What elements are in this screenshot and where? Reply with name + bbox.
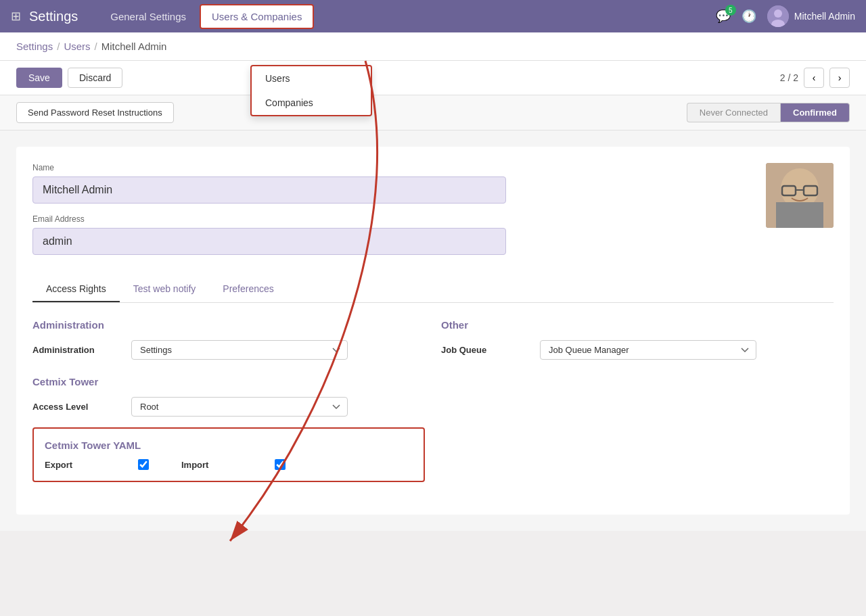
topnav: ⊞ Settings General Settings Users & Comp… bbox=[0, 0, 866, 32]
administration-section-title: Administration bbox=[32, 319, 425, 331]
cetmix-tower-yaml-title: Cetmix Tower YAML bbox=[45, 440, 413, 451]
import-label: Import bbox=[181, 460, 269, 470]
clock-button[interactable]: 🕐 bbox=[742, 9, 756, 24]
nav-users-companies[interactable]: Users & Companies bbox=[200, 4, 314, 29]
action-bar: Send Password Reset Instructions Never C… bbox=[0, 95, 866, 131]
toolbar: Save Discard 2 / 2 ‹ › bbox=[0, 61, 866, 95]
name-input[interactable] bbox=[32, 176, 506, 204]
send-password-reset-button[interactable]: Send Password Reset Instructions bbox=[16, 102, 174, 123]
import-field: Import bbox=[181, 459, 286, 470]
job-queue-label: Job Queue bbox=[441, 345, 529, 355]
administration-select[interactable]: Settings Access Rights None bbox=[131, 340, 348, 360]
app-title: Settings bbox=[29, 9, 78, 24]
tab-test-web-notify[interactable]: Test web notify bbox=[120, 277, 210, 302]
administration-field-label: Administration bbox=[32, 345, 120, 355]
yaml-fields-row: Export Import bbox=[45, 459, 413, 470]
toolbar-right: 2 / 2 ‹ › bbox=[780, 68, 850, 88]
dropdown-item-users[interactable]: Users bbox=[252, 66, 371, 91]
import-checkbox[interactable] bbox=[275, 459, 286, 470]
topnav-menu: General Settings Users & Companies bbox=[99, 4, 715, 29]
name-label: Name bbox=[32, 163, 834, 172]
form-card: Name Email Address Access Rights Test we… bbox=[16, 147, 850, 515]
nav-general-settings[interactable]: General Settings bbox=[99, 5, 197, 28]
user-menu[interactable]: Mitchell Admin bbox=[767, 5, 855, 27]
breadcrumb-users[interactable]: Users bbox=[64, 41, 90, 52]
pager-prev[interactable]: ‹ bbox=[804, 68, 824, 88]
tabs: Access Rights Test web notify Preference… bbox=[32, 277, 834, 303]
dropdown-item-companies[interactable]: Companies bbox=[252, 91, 371, 115]
tab-preferences[interactable]: Preferences bbox=[209, 277, 287, 302]
user-photo[interactable] bbox=[766, 163, 834, 228]
breadcrumb-settings[interactable]: Settings bbox=[16, 41, 53, 52]
users-companies-dropdown: Users Companies bbox=[250, 65, 372, 116]
access-level-field-row: Access Level Root Admin User None bbox=[32, 397, 425, 417]
cetmix-tower-yaml-section: Cetmix Tower YAML Export Import bbox=[32, 427, 425, 482]
email-input[interactable] bbox=[32, 228, 506, 255]
breadcrumb-sep-2: / bbox=[95, 41, 97, 52]
access-level-select[interactable]: Root Admin User None bbox=[131, 397, 348, 417]
breadcrumb-bar: Settings / Users / Mitchell Admin bbox=[0, 32, 866, 61]
svg-point-1 bbox=[774, 9, 782, 18]
administration-field-row: Administration Settings Access Rights No… bbox=[32, 340, 425, 360]
export-checkbox[interactable] bbox=[138, 459, 149, 470]
avatar bbox=[767, 5, 789, 27]
discard-button[interactable]: Discard bbox=[68, 68, 122, 88]
breadcrumb: Settings / Users / Mitchell Admin bbox=[16, 41, 166, 52]
administration-section: Administration Administration Settings A… bbox=[32, 319, 425, 482]
notification-button[interactable]: 💬 5 bbox=[716, 9, 731, 24]
pager-next[interactable]: › bbox=[829, 68, 850, 88]
tab-access-rights[interactable]: Access Rights bbox=[32, 277, 120, 302]
svg-rect-6 bbox=[776, 202, 823, 228]
tab-content-access-rights: Administration Administration Settings A… bbox=[32, 303, 834, 498]
export-label: Export bbox=[45, 460, 133, 470]
status-confirmed[interactable]: Confirmed bbox=[780, 103, 850, 122]
job-queue-select[interactable]: Job Queue Manager None bbox=[540, 340, 756, 360]
status-pills: Never Connected Confirmed bbox=[687, 103, 850, 122]
grid-icon[interactable]: ⊞ bbox=[11, 9, 21, 24]
job-queue-field-row: Job Queue Job Queue Manager None bbox=[441, 340, 834, 360]
main-content: Name Email Address Access Rights Test we… bbox=[0, 131, 866, 531]
access-rights-grid: Administration Administration Settings A… bbox=[32, 319, 834, 482]
topnav-right: 💬 5 🕐 Mitchell Admin bbox=[716, 5, 855, 27]
status-never-connected[interactable]: Never Connected bbox=[687, 103, 780, 122]
breadcrumb-current: Mitchell Admin bbox=[101, 41, 167, 52]
notification-badge: 5 bbox=[725, 5, 736, 16]
save-button[interactable]: Save bbox=[16, 68, 62, 88]
email-label: Email Address bbox=[32, 214, 834, 224]
cetmix-tower-section-title: Cetmix Tower bbox=[32, 376, 425, 387]
access-level-label: Access Level bbox=[32, 402, 120, 412]
breadcrumb-sep-1: / bbox=[57, 41, 60, 52]
pager-info: 2 / 2 bbox=[780, 72, 798, 83]
other-section-title: Other bbox=[441, 319, 834, 331]
other-section: Other Job Queue Job Queue Manager None bbox=[441, 319, 834, 482]
user-name: Mitchell Admin bbox=[794, 11, 855, 22]
export-field: Export bbox=[45, 459, 149, 470]
